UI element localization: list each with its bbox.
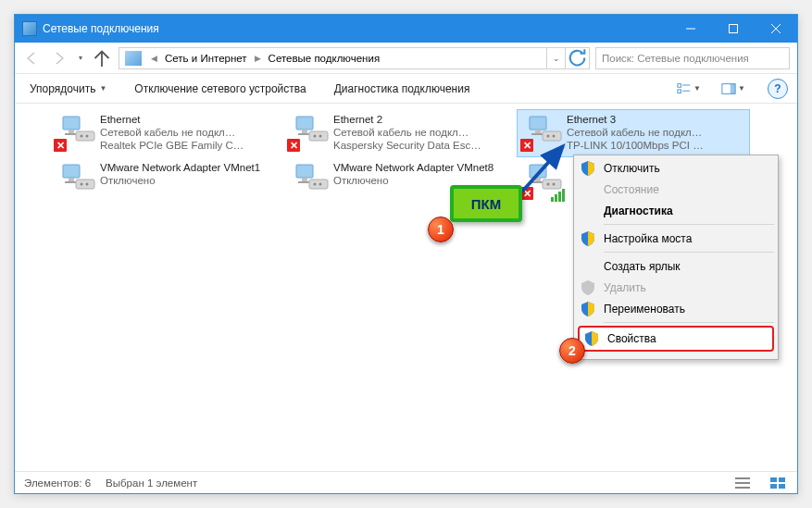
svg-rect-37 (530, 165, 546, 178)
ctx-rename[interactable]: Переименовать (576, 298, 776, 319)
error-x-icon: ✕ (520, 187, 533, 200)
search-input[interactable]: Поиск: Сетевые подключения (595, 47, 790, 69)
ctx-status: Состояние (576, 179, 776, 200)
adapter-item[interactable]: ✕ Ethernet 2 Сетевой кабель не подкл… Ka… (283, 109, 517, 157)
app-icon (22, 21, 37, 36)
preview-pane-button[interactable]: ▼ (719, 78, 747, 100)
adapter-item[interactable]: ✕ Ethernet Сетевой кабель не подкл… Real… (50, 109, 283, 157)
adapter-item[interactable]: ✕ (517, 157, 572, 205)
up-button[interactable] (91, 46, 113, 70)
diagnose-button[interactable]: Диагностика подключения (329, 79, 476, 99)
svg-rect-47 (779, 477, 785, 482)
view-options-button[interactable]: ▼ (675, 78, 703, 100)
svg-rect-19 (530, 117, 546, 130)
svg-rect-16 (309, 131, 328, 141)
details-view-button[interactable] (732, 475, 753, 491)
shield-icon (581, 280, 594, 295)
svg-point-30 (86, 183, 89, 186)
breadcrumb-item[interactable]: Сетевые подключения (265, 53, 384, 64)
shield-icon (585, 331, 598, 346)
adapter-icon: ✕ (56, 113, 100, 154)
svg-rect-0 (730, 25, 738, 33)
svg-point-12 (86, 135, 89, 138)
adapter-icon (289, 161, 333, 202)
maximize-button[interactable] (712, 15, 755, 43)
svg-point-36 (319, 183, 322, 186)
svg-rect-34 (309, 180, 328, 189)
help-button[interactable]: ? (768, 79, 788, 99)
adapter-item[interactable]: ✕ Ethernet 3 Сетевой кабель не подкл… TP… (517, 109, 750, 157)
organize-menu[interactable]: Упорядочить▼ (24, 79, 112, 99)
titlebar: Сетевые подключения (15, 15, 797, 43)
adapter-item[interactable]: VMware Network Adapter VMnet8 Отключено (283, 157, 517, 205)
svg-rect-46 (770, 477, 777, 482)
svg-point-29 (81, 183, 83, 186)
ctx-diagnose[interactable]: Диагностика (576, 200, 776, 221)
icons-view-button[interactable] (768, 475, 788, 491)
svg-rect-31 (296, 165, 313, 178)
svg-rect-28 (76, 180, 94, 189)
shield-icon (581, 302, 594, 316)
svg-rect-10 (76, 131, 94, 141)
svg-rect-38 (535, 178, 541, 181)
svg-rect-44 (735, 482, 750, 484)
adapter-name: Ethernet 2 (333, 113, 481, 126)
adapter-icon (56, 161, 100, 202)
svg-rect-2 (682, 84, 690, 85)
error-x-icon: ✕ (54, 139, 67, 152)
error-x-icon: ✕ (520, 139, 533, 152)
svg-rect-40 (543, 180, 561, 189)
command-bar: Упорядочить▼ Отключение сетевого устройс… (15, 74, 797, 104)
adapter-icon: ✕ (522, 161, 567, 202)
ctx-properties[interactable]: Свойства (578, 326, 774, 352)
ctx-delete: Удалить (576, 277, 776, 298)
svg-point-41 (547, 183, 550, 186)
content-area: ✕ Ethernet Сетевой кабель не подкл… Real… (15, 104, 797, 472)
address-bar[interactable]: ◀ Сеть и Интернет ▶ Сетевые подключения … (119, 47, 590, 69)
breadcrumb-item[interactable]: Сеть и Интернет (161, 53, 251, 64)
svg-rect-7 (63, 117, 80, 130)
svg-point-17 (314, 135, 317, 138)
ctx-bridge[interactable]: Настройка моста (576, 228, 776, 249)
svg-rect-13 (296, 117, 313, 130)
shield-icon (581, 231, 594, 246)
svg-point-42 (553, 183, 556, 186)
forward-button[interactable] (46, 46, 72, 70)
svg-rect-26 (69, 178, 74, 181)
address-dropdown[interactable]: ⌄ (546, 48, 565, 68)
status-bar: Элементов: 6 Выбран 1 элемент (15, 471, 797, 493)
close-button[interactable] (755, 15, 797, 43)
adapter-name: Ethernet (100, 113, 244, 126)
adapter-icon: ✕ (289, 113, 333, 154)
recent-dropdown[interactable]: ▾ (74, 46, 87, 70)
svg-rect-6 (731, 83, 735, 93)
shield-icon (581, 161, 594, 176)
minimize-button[interactable] (669, 15, 712, 43)
context-menu: Отключить Состояние Диагностика Настройк… (573, 155, 779, 360)
adapter-icon: ✕ (522, 113, 567, 154)
svg-point-11 (81, 135, 83, 138)
svg-rect-32 (302, 178, 307, 181)
svg-rect-22 (543, 131, 561, 141)
ctx-disable[interactable]: Отключить (576, 157, 776, 179)
svg-rect-1 (678, 83, 681, 87)
svg-rect-25 (63, 165, 80, 178)
svg-rect-43 (735, 477, 750, 479)
svg-point-18 (319, 135, 322, 138)
navbar: ▾ ◀ Сеть и Интернет ▶ Сетевые подключени… (15, 43, 797, 74)
refresh-button[interactable] (565, 48, 589, 68)
ctx-shortcut[interactable]: Создать ярлык (576, 255, 776, 277)
svg-rect-20 (535, 130, 541, 133)
svg-rect-3 (678, 89, 681, 93)
svg-point-24 (553, 135, 556, 138)
svg-rect-49 (779, 484, 785, 489)
svg-rect-14 (302, 130, 307, 133)
status-selected: Выбран 1 элемент (106, 477, 197, 489)
status-count: Элементов: 6 (24, 477, 91, 489)
disable-device-button[interactable]: Отключение сетевого устройства (129, 79, 311, 99)
svg-point-35 (314, 183, 317, 186)
back-button[interactable] (19, 46, 44, 70)
location-icon (125, 51, 142, 66)
window-title: Сетевые подключения (43, 22, 159, 35)
adapter-item[interactable]: VMware Network Adapter VMnet1 Отключено (50, 157, 283, 205)
